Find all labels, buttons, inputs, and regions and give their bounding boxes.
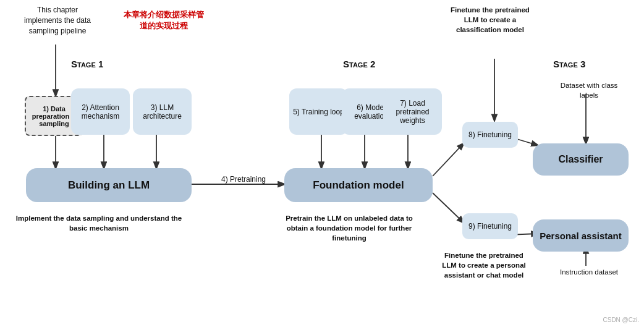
box-llm-arch: 3) LLM architecture xyxy=(133,88,192,135)
svg-line-9 xyxy=(433,143,464,176)
watermark: CSDN @Czi. xyxy=(603,316,640,323)
stage1-label: Stage 1 xyxy=(71,59,103,69)
label-finetune-personal: Finetune the pretrained LLM to create a … xyxy=(438,250,530,280)
chapter-note-cn: 本章将介绍数据采样管道的实现过程 xyxy=(121,9,207,32)
svg-line-10 xyxy=(433,193,464,223)
box-finetuning8: 8) Finetuning xyxy=(462,122,518,148)
stage2-label: Stage 2 xyxy=(343,59,375,69)
box-load-weights: 7) Load pretrained weights xyxy=(383,88,442,135)
box-classifier: Classifier xyxy=(533,143,629,176)
box-attention: 2) Attention mechanism xyxy=(71,88,130,135)
stage3-label: Stage 3 xyxy=(553,59,585,69)
label-instruction-dataset: Instruction dataset xyxy=(555,267,623,277)
box-training-loop: 5) Training loop xyxy=(289,88,348,135)
box-personal-assistant: Personal assistant xyxy=(533,219,629,252)
box-building-llm: Building an LLM xyxy=(26,168,192,202)
label-implement: Implement the data sampling and understa… xyxy=(15,213,182,233)
label-finetune-classification: Finetune the pretrained LLM to create a … xyxy=(444,5,536,35)
box-foundation-model: Foundation model xyxy=(284,168,433,202)
label-dataset-class: Dataset with class labels xyxy=(555,80,623,100)
pretraining-label: 4) Pretraining xyxy=(221,175,266,184)
label-pretrain: Pretrain the LLM on unlabeled data to ob… xyxy=(275,213,423,243)
chapter-note: This chapter implements the data samplin… xyxy=(17,5,98,36)
box-finetuning9: 9) Finetuning xyxy=(462,213,518,239)
